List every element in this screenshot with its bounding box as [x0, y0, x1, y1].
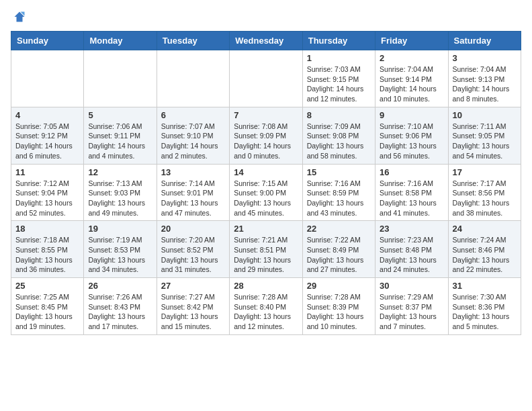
calendar-cell: 6Sunrise: 7:07 AMSunset: 9:10 PMDaylight… [157, 107, 229, 164]
day-info: Sunrise: 7:09 AMSunset: 9:08 PMDaylight:… [307, 122, 371, 161]
calendar-cell: 4Sunrise: 7:05 AMSunset: 9:12 PMDaylight… [11, 107, 84, 164]
day-number: 14 [234, 167, 298, 177]
calendar-cell [157, 50, 229, 107]
calendar-day-header: Saturday [448, 32, 521, 50]
calendar-cell: 16Sunrise: 7:16 AMSunset: 8:58 PMDayligh… [375, 164, 448, 221]
calendar-cell: 25Sunrise: 7:25 AMSunset: 8:45 PMDayligh… [11, 278, 84, 335]
day-number: 1 [307, 53, 371, 63]
calendar-cell: 23Sunrise: 7:23 AMSunset: 8:48 PMDayligh… [375, 221, 448, 278]
day-number: 16 [380, 167, 443, 177]
calendar-cell [84, 50, 157, 107]
day-number: 11 [15, 167, 79, 177]
day-info: Sunrise: 7:16 AMSunset: 8:58 PMDaylight:… [380, 179, 443, 218]
calendar-table: SundayMondayTuesdayWednesdayThursdayFrid… [11, 31, 521, 335]
day-info: Sunrise: 7:23 AMSunset: 8:48 PMDaylight:… [380, 235, 443, 275]
day-info: Sunrise: 7:15 AMSunset: 9:00 PMDaylight:… [234, 179, 298, 218]
calendar-cell: 26Sunrise: 7:26 AMSunset: 8:43 PMDayligh… [84, 278, 157, 335]
day-number: 27 [161, 281, 225, 291]
day-number: 6 [161, 110, 225, 120]
day-info: Sunrise: 7:06 AMSunset: 9:11 PMDaylight:… [88, 122, 152, 161]
day-number: 23 [380, 224, 443, 234]
day-info: Sunrise: 7:03 AMSunset: 9:15 PMDaylight:… [307, 64, 371, 104]
day-info: Sunrise: 7:28 AMSunset: 8:39 PMDaylight:… [307, 292, 371, 332]
day-number: 9 [380, 110, 443, 120]
calendar-cell: 12Sunrise: 7:13 AMSunset: 9:03 PMDayligh… [84, 164, 157, 221]
calendar-cell: 14Sunrise: 7:15 AMSunset: 9:00 PMDayligh… [230, 164, 302, 221]
day-number: 15 [307, 167, 371, 177]
calendar-cell: 18Sunrise: 7:18 AMSunset: 8:55 PMDayligh… [11, 221, 84, 278]
day-info: Sunrise: 7:05 AMSunset: 9:12 PMDaylight:… [15, 122, 79, 161]
day-info: Sunrise: 7:22 AMSunset: 8:49 PMDaylight:… [307, 235, 371, 275]
day-info: Sunrise: 7:24 AMSunset: 8:46 PMDaylight:… [453, 235, 517, 275]
day-number: 21 [234, 224, 298, 234]
day-info: Sunrise: 7:27 AMSunset: 8:42 PMDaylight:… [161, 292, 225, 332]
calendar-cell: 10Sunrise: 7:11 AMSunset: 9:05 PMDayligh… [448, 107, 521, 164]
day-info: Sunrise: 7:04 AMSunset: 9:13 PMDaylight:… [453, 64, 517, 104]
day-info: Sunrise: 7:18 AMSunset: 8:55 PMDaylight:… [15, 235, 79, 275]
calendar-day-header: Sunday [11, 32, 84, 50]
day-number: 17 [453, 167, 517, 177]
day-info: Sunrise: 7:30 AMSunset: 8:36 PMDaylight:… [453, 292, 517, 332]
calendar-day-header: Wednesday [230, 32, 302, 50]
calendar-cell: 1Sunrise: 7:03 AMSunset: 9:15 PMDaylight… [302, 50, 375, 107]
day-info: Sunrise: 7:10 AMSunset: 9:06 PMDaylight:… [380, 122, 443, 161]
calendar-week-row: 18Sunrise: 7:18 AMSunset: 8:55 PMDayligh… [11, 221, 521, 278]
day-info: Sunrise: 7:12 AMSunset: 9:04 PMDaylight:… [15, 179, 79, 218]
calendar-cell: 5Sunrise: 7:06 AMSunset: 9:11 PMDaylight… [84, 107, 157, 164]
day-number: 2 [380, 53, 443, 63]
day-number: 28 [234, 281, 298, 291]
calendar-cell: 19Sunrise: 7:19 AMSunset: 8:53 PMDayligh… [84, 221, 157, 278]
calendar-cell: 2Sunrise: 7:04 AMSunset: 9:14 PMDaylight… [375, 50, 448, 107]
calendar-cell: 8Sunrise: 7:09 AMSunset: 9:08 PMDaylight… [302, 107, 375, 164]
day-number: 8 [307, 110, 371, 120]
calendar-cell: 17Sunrise: 7:17 AMSunset: 8:56 PMDayligh… [448, 164, 521, 221]
day-info: Sunrise: 7:25 AMSunset: 8:45 PMDaylight:… [15, 292, 79, 332]
calendar-cell: 15Sunrise: 7:16 AMSunset: 8:59 PMDayligh… [302, 164, 375, 221]
calendar-day-header: Monday [84, 32, 157, 50]
calendar-cell: 7Sunrise: 7:08 AMSunset: 9:09 PMDaylight… [230, 107, 302, 164]
day-number: 12 [88, 167, 152, 177]
calendar-day-header: Thursday [302, 32, 375, 50]
day-info: Sunrise: 7:14 AMSunset: 9:01 PMDaylight:… [161, 179, 225, 218]
day-number: 18 [15, 224, 79, 234]
calendar-cell: 22Sunrise: 7:22 AMSunset: 8:49 PMDayligh… [302, 221, 375, 278]
day-number: 5 [88, 110, 152, 120]
day-number: 30 [380, 281, 443, 291]
calendar-cell: 13Sunrise: 7:14 AMSunset: 9:01 PMDayligh… [157, 164, 229, 221]
day-info: Sunrise: 7:28 AMSunset: 8:40 PMDaylight:… [234, 292, 298, 332]
day-number: 31 [453, 281, 517, 291]
calendar-day-header: Friday [375, 32, 448, 50]
calendar-cell: 20Sunrise: 7:20 AMSunset: 8:52 PMDayligh… [157, 221, 229, 278]
calendar-cell: 24Sunrise: 7:24 AMSunset: 8:46 PMDayligh… [448, 221, 521, 278]
calendar-week-row: 4Sunrise: 7:05 AMSunset: 9:12 PMDaylight… [11, 107, 521, 164]
day-info: Sunrise: 7:11 AMSunset: 9:05 PMDaylight:… [453, 122, 517, 161]
page-header [11, 11, 521, 23]
calendar-cell [11, 50, 84, 107]
calendar-cell: 31Sunrise: 7:30 AMSunset: 8:36 PMDayligh… [448, 278, 521, 335]
day-info: Sunrise: 7:13 AMSunset: 9:03 PMDaylight:… [88, 179, 152, 218]
day-number: 20 [161, 224, 225, 234]
day-number: 24 [453, 224, 517, 234]
day-number: 13 [161, 167, 225, 177]
day-info: Sunrise: 7:04 AMSunset: 9:14 PMDaylight:… [380, 64, 443, 104]
calendar-cell: 27Sunrise: 7:27 AMSunset: 8:42 PMDayligh… [157, 278, 229, 335]
day-info: Sunrise: 7:07 AMSunset: 9:10 PMDaylight:… [161, 122, 225, 161]
day-info: Sunrise: 7:08 AMSunset: 9:09 PMDaylight:… [234, 122, 298, 161]
day-info: Sunrise: 7:16 AMSunset: 8:59 PMDaylight:… [307, 179, 371, 218]
logo-icon [13, 11, 26, 23]
day-info: Sunrise: 7:21 AMSunset: 8:51 PMDaylight:… [234, 235, 298, 275]
day-number: 29 [307, 281, 371, 291]
day-info: Sunrise: 7:17 AMSunset: 8:56 PMDaylight:… [453, 179, 517, 218]
calendar-cell: 21Sunrise: 7:21 AMSunset: 8:51 PMDayligh… [230, 221, 302, 278]
day-number: 26 [88, 281, 152, 291]
calendar-week-row: 1Sunrise: 7:03 AMSunset: 9:15 PMDaylight… [11, 50, 521, 107]
day-number: 7 [234, 110, 298, 120]
day-info: Sunrise: 7:26 AMSunset: 8:43 PMDaylight:… [88, 292, 152, 332]
calendar-cell: 3Sunrise: 7:04 AMSunset: 9:13 PMDaylight… [448, 50, 521, 107]
calendar-cell: 28Sunrise: 7:28 AMSunset: 8:40 PMDayligh… [230, 278, 302, 335]
calendar-header-row: SundayMondayTuesdayWednesdayThursdayFrid… [11, 32, 521, 50]
calendar-cell: 11Sunrise: 7:12 AMSunset: 9:04 PMDayligh… [11, 164, 84, 221]
calendar-cell: 30Sunrise: 7:29 AMSunset: 8:37 PMDayligh… [375, 278, 448, 335]
calendar-cell [230, 50, 302, 107]
day-info: Sunrise: 7:19 AMSunset: 8:53 PMDaylight:… [88, 235, 152, 275]
